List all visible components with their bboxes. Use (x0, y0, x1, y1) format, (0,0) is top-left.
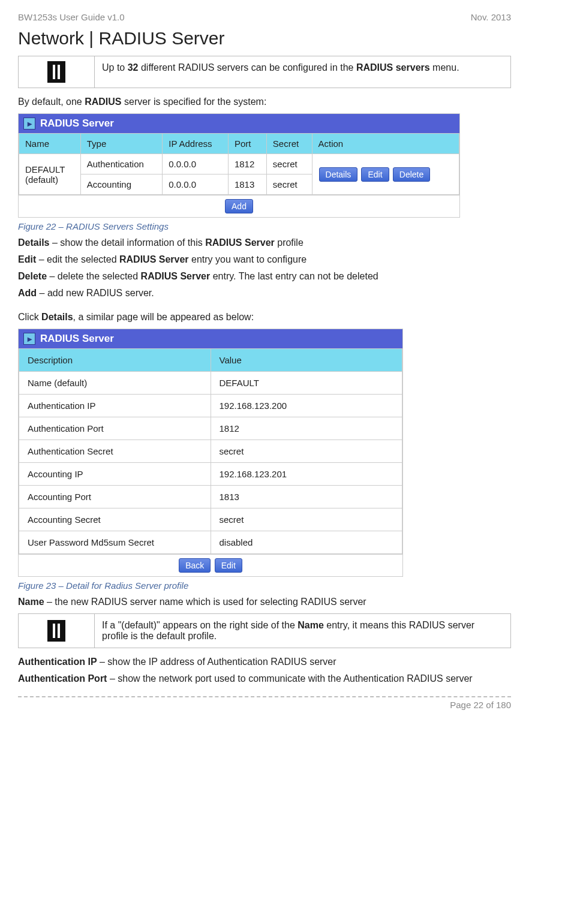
table-row: Accounting Port1813 (19, 486, 402, 508)
detail-buttons-row: Back Edit (19, 554, 402, 576)
add-row: Add (19, 195, 459, 217)
cell-ip: 0.0.0.0 (163, 174, 229, 195)
info-icon (19, 614, 95, 648)
intro-text-2: Click Details, a similar page will be ap… (18, 312, 511, 323)
col-name: Name (19, 134, 81, 154)
widget-title-text: RADIUS Server (40, 333, 114, 345)
def-auth-port: Authentication Port – show the network p… (18, 673, 511, 684)
add-button[interactable]: Add (225, 199, 253, 213)
cell-type: Accounting (80, 174, 162, 195)
col-port: Port (228, 134, 266, 154)
cell-ip: 0.0.0.0 (163, 154, 229, 174)
svg-rect-5 (58, 624, 60, 638)
edit-button[interactable]: Edit (215, 558, 242, 573)
def-auth-ip: Authentication IP – show the IP address … (18, 657, 511, 667)
figure-22-caption: Figure 22 – RADIUS Servers Settings (18, 221, 511, 231)
col-description: Description (19, 349, 211, 372)
info-box-radius-capacity: Up to 32 different RADIUS servers can be… (18, 56, 511, 88)
def-add: Add – add new RADIUS server. (18, 288, 511, 299)
cell-secret: secret (266, 154, 312, 174)
svg-rect-2 (58, 65, 60, 79)
table-row: Authentication IP192.168.123.200 (19, 395, 402, 417)
header-left: BW1253s User Guide v1.0 (18, 12, 125, 22)
cell-actions: Details Edit Delete (312, 154, 459, 195)
widget-title-bar: ▸ RADIUS Server (19, 329, 402, 348)
collapse-icon[interactable]: ▸ (23, 118, 35, 130)
delete-button[interactable]: Delete (393, 167, 430, 182)
table-header-row: Name Type IP Address Port Secret Action (19, 134, 459, 154)
col-value: Value (211, 349, 402, 372)
table-row: Authentication Port1812 (19, 417, 402, 440)
widget-title-text: RADIUS Server (40, 118, 114, 130)
cell-secret: secret (266, 174, 312, 195)
radius-servers-table: Name Type IP Address Port Secret Action … (19, 133, 459, 195)
table-row: Accounting IP192.168.123.201 (19, 463, 402, 486)
table-row: Accounting Secretsecret (19, 508, 402, 531)
intro-text-1: By default, one RADIUS server is specifi… (18, 97, 511, 107)
back-button[interactable]: Back (179, 558, 211, 573)
radius-detail-table: Description Value Name (default)DEFAULT … (19, 348, 402, 554)
cell-port: 1813 (228, 174, 266, 195)
cell-type: Authentication (80, 154, 162, 174)
col-ip: IP Address (163, 134, 229, 154)
svg-rect-4 (53, 624, 55, 638)
def-delete: Delete – delete the selected RADIUS Serv… (18, 271, 511, 282)
page-header: BW1253s User Guide v1.0 Nov. 2013 (18, 12, 511, 22)
table-row: Name (default)DEFAULT (19, 372, 402, 395)
radius-servers-widget: ▸ RADIUS Server Name Type IP Address Por… (18, 113, 460, 218)
svg-rect-1 (53, 65, 55, 79)
info-icon (19, 56, 95, 88)
collapse-icon[interactable]: ▸ (23, 333, 35, 345)
header-right: Nov. 2013 (471, 12, 511, 22)
table-row: User Password Md5sum Secretdisabled (19, 531, 402, 554)
figure-23-caption: Figure 23 – Detail for Radius Server pro… (18, 580, 511, 591)
def-name: Name – the new RADIUS server name which … (18, 597, 511, 607)
page-title: Network | RADIUS Server (18, 28, 511, 49)
def-details: Details – show the detail information of… (18, 237, 511, 248)
cell-port: 1812 (228, 154, 266, 174)
footer-divider (18, 696, 511, 697)
table-row: Authentication Secretsecret (19, 440, 402, 463)
table-row: DEFAULT (default) Authentication 0.0.0.0… (19, 154, 459, 174)
widget-title-bar: ▸ RADIUS Server (19, 114, 459, 133)
page-footer: Page 22 of 180 (18, 700, 511, 710)
svg-rect-3 (47, 620, 65, 642)
svg-rect-0 (47, 61, 65, 83)
col-action: Action (312, 134, 459, 154)
info-text: If a "(default)" appears on the right si… (95, 614, 510, 648)
info-text: Up to 32 different RADIUS servers can be… (95, 56, 510, 88)
radius-detail-widget: ▸ RADIUS Server Description Value Name (… (18, 329, 403, 577)
edit-button[interactable]: Edit (361, 167, 389, 182)
col-secret: Secret (266, 134, 312, 154)
col-type: Type (80, 134, 162, 154)
table-header-row: Description Value (19, 349, 402, 372)
details-button[interactable]: Details (319, 167, 358, 182)
def-edit: Edit – edit the selected RADIUS Server e… (18, 254, 511, 265)
info-box-default-name: If a "(default)" appears on the right si… (18, 613, 511, 648)
cell-name: DEFAULT (default) (19, 154, 81, 195)
